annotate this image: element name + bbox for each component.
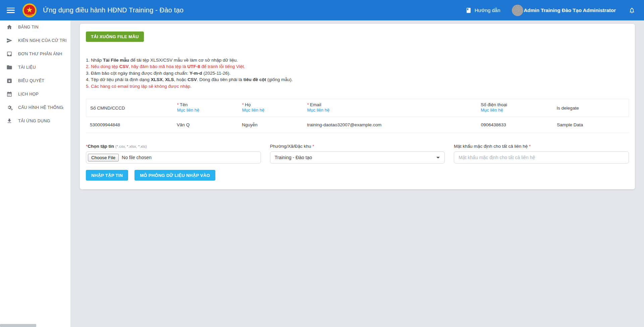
sidebar-item-label: LỊCH HỌP: [18, 92, 39, 96]
download-icon: [6, 118, 13, 124]
sidebar-item-bang-tin[interactable]: BẢNG TIN: [0, 20, 70, 34]
contact-field-link[interactable]: Mục liên hệ: [307, 108, 473, 113]
password-field-label: Mật khẩu mặc định cho tất cả liên hệ *: [454, 144, 629, 149]
help-link[interactable]: Hướng dẫn: [466, 7, 500, 13]
sidebar-item-label: ĐƠN THƯ PHẢN ÁNH: [18, 52, 62, 56]
contact-field-link[interactable]: Mục liên hệ: [242, 108, 299, 113]
table-cell: 0906438633: [477, 117, 553, 133]
sidebar-item-cau-hinh-he-thong[interactable]: CẤU HÌNH HỆ THỐNG‹: [0, 101, 70, 114]
ward-field-label: Phường/Xã/Đặc khu *: [270, 144, 445, 149]
ward-select[interactable]: Training - Đào tạo: [270, 151, 445, 164]
import-file-button[interactable]: NHẬP TẬP TIN: [86, 170, 128, 181]
app-header: Ứng dụng điều hành HĐND Training - Đào t…: [0, 0, 644, 20]
user-name: Admin Training Đào Tạo Administrator: [524, 7, 616, 13]
sidebar-item-tai-ung-dung[interactable]: TẢI ỨNG DỤNG: [0, 114, 70, 128]
download-template-button[interactable]: TẢI XUỐNG FILE MẪU: [86, 31, 144, 42]
sidebar: BẢNG TINKIẾN NGHỊ CỦA CỬ TRIĐƠN THƯ PHẢN…: [0, 20, 70, 327]
ward-select-value: Training - Đào tạo: [275, 155, 312, 160]
default-password-input[interactable]: [454, 151, 629, 164]
required-asterisk: *: [307, 102, 309, 107]
file-status-text: No file chosen: [122, 155, 152, 160]
paper-plane-icon: [6, 37, 13, 44]
sidebar-item-lich-hop[interactable]: LỊCH HỌP: [0, 87, 70, 101]
password-field-group: Mật khẩu mặc định cho tất cả liên hệ *: [454, 144, 629, 164]
column-header-1: Số CMND/CCCD: [86, 99, 173, 117]
sidebar-item-label: TÀI LIỆU: [18, 65, 36, 70]
horizontal-scrollbar[interactable]: [0, 324, 36, 327]
sidebar-item-tai-lieu[interactable]: TÀI LIỆU: [0, 61, 70, 74]
sidebar-item-label: KIẾN NGHỊ CỦA CỬ TRI: [18, 38, 67, 43]
folder-icon: [6, 64, 13, 71]
help-label: Hướng dẫn: [475, 7, 500, 13]
column-header-2: *TênMục liên hệ: [173, 99, 238, 117]
simulate-import-button[interactable]: MÔ PHỎNG DỮ LIỆU NHẬP VÀO: [135, 170, 215, 181]
file-input[interactable]: Choose File No file chosen: [86, 151, 261, 164]
notification-bell-icon[interactable]: [629, 7, 635, 14]
column-header-6: Is delegate: [553, 99, 629, 117]
ward-field-group: Phường/Xã/Đặc khu * Training - Đào tạo: [270, 144, 445, 164]
instruction-line: 1. Nhấp Tải File mẫu để tải tệp XLSX/CSV…: [86, 57, 629, 63]
file-types-hint: (*.csv, *.xlsx, *.xls): [115, 144, 147, 148]
instruction-line: 3. Đảm bảo cột ngày tháng được định dạng…: [86, 70, 629, 76]
required-asterisk: *: [242, 102, 244, 107]
ballot-box-icon: [6, 77, 13, 84]
import-instructions: 1. Nhấp Tải File mẫu để tải tệp XLSX/CSV…: [86, 57, 629, 89]
action-buttons: NHẬP TẬP TIN MÔ PHỎNG DỮ LIỆU NHẬP VÀO: [86, 170, 629, 181]
table-cell: 530009944848: [86, 117, 173, 133]
sidebar-item-label: BẢNG TIN: [18, 25, 39, 29]
sidebar-item-kien-nghi-cua-cu-tri[interactable]: KIẾN NGHỊ CỦA CỬ TRI: [0, 34, 70, 47]
table-row: 530009944848Văn QNguyễntraining-daotao32…: [86, 117, 629, 133]
hamburger-menu-icon[interactable]: [7, 8, 15, 13]
sidebar-item-label: CẤU HÌNH HỆ THỐNG: [18, 105, 63, 110]
required-asterisk: *: [312, 144, 314, 149]
table-cell: Nguyễn: [238, 117, 303, 133]
table-cell: Văn Q: [173, 117, 238, 133]
book-icon: [466, 7, 472, 13]
instruction-line: 5. Các hàng có email trùng lặp sẽ không …: [86, 83, 629, 89]
gears-icon: [6, 104, 13, 111]
instruction-line: 4. Tệp dữ liệu phải là định dạng XLSX, X…: [86, 76, 629, 83]
sidebar-item-bieu-quyet[interactable]: BIỂU QUYẾT: [0, 74, 70, 87]
instruction-line: 2. Nếu dùng tệp CSV, hãy đảm bảo mã hóa …: [86, 63, 629, 70]
avatar[interactable]: [512, 5, 523, 16]
required-asterisk: *: [177, 102, 179, 107]
column-header-3: *HọMục liên hệ: [238, 99, 303, 117]
sidebar-item-label: BIỂU QUYẾT: [18, 78, 44, 83]
chevron-down-icon: [436, 157, 440, 158]
contact-field-link[interactable]: Mục liên hệ: [177, 108, 234, 113]
chevron-left-icon: ‹: [62, 105, 64, 111]
file-field-label: *Chọn tập tin (*.csv, *.xlsx, *.xls): [86, 144, 261, 149]
sidebar-item-don-thu-phan-anh[interactable]: ĐƠN THƯ PHẢN ÁNH: [0, 47, 70, 61]
column-header-4: *EmailMục liên hệ: [303, 99, 477, 117]
required-asterisk: *: [529, 144, 531, 149]
page-title: Ứng dụng điều hành HĐND Training - Đào t…: [43, 6, 183, 14]
contact-field-link[interactable]: Mục liên hệ: [481, 108, 548, 113]
calendar-icon: [6, 91, 13, 97]
import-contacts-card: TẢI XUỐNG FILE MẪU 1. Nhấp Tải File mẫu …: [80, 24, 635, 189]
file-field-group: *Chọn tập tin (*.csv, *.xlsx, *.xls) Cho…: [86, 144, 261, 164]
sidebar-item-label: TẢI ỨNG DỤNG: [18, 119, 50, 123]
choose-file-button[interactable]: Choose File: [88, 154, 119, 161]
import-form: *Chọn tập tin (*.csv, *.xlsx, *.xls) Cho…: [86, 144, 629, 164]
preview-table: Số CMND/CCCD*TênMục liên hệ*HọMục liên h…: [86, 99, 629, 133]
home-icon: [6, 24, 13, 30]
column-header-5: Số điện thoạiMục liên hệ: [477, 99, 552, 117]
table-header-row: Số CMND/CCCD*TênMục liên hệ*HọMục liên h…: [86, 99, 629, 117]
national-emblem-logo: [22, 3, 37, 18]
inbox-icon: [6, 51, 13, 57]
table-cell: training-daotao32007@example.com: [303, 117, 477, 133]
table-cell: Sample Data: [553, 117, 629, 133]
